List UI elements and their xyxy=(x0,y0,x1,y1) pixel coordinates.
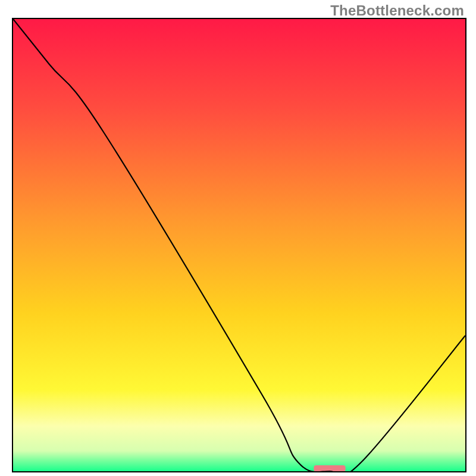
plot-svg xyxy=(13,19,465,471)
chart-frame: TheBottleneck.com xyxy=(0,0,476,476)
chart-background xyxy=(13,19,465,471)
watermark-label: TheBottleneck.com xyxy=(330,2,464,19)
optimum-marker xyxy=(314,465,345,471)
plot-area xyxy=(12,18,466,472)
